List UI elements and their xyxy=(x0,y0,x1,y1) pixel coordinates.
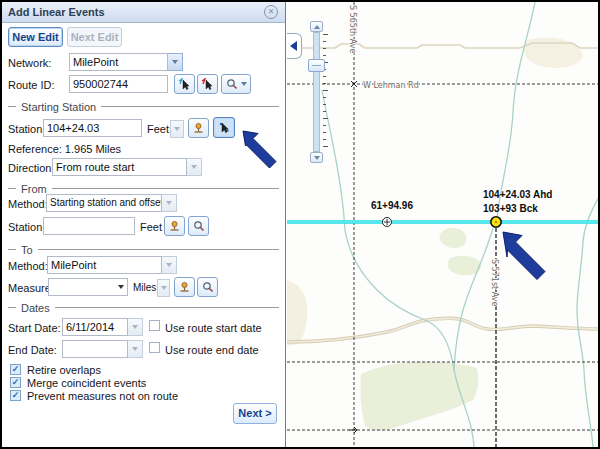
magnifier-icon xyxy=(193,220,205,232)
end-date-field[interactable] xyxy=(62,340,128,358)
merge-coincident-events-label: Merge coincident events xyxy=(27,377,146,389)
gravel-road xyxy=(287,318,600,342)
measure-combo[interactable] xyxy=(48,278,128,296)
vegetation-patch xyxy=(440,228,467,248)
station-datum-icon xyxy=(168,220,181,233)
measure-label: Measure: xyxy=(8,282,54,294)
starting-station-legend: Starting Station xyxy=(21,101,96,113)
retire-overlaps-checkbox[interactable] xyxy=(10,364,21,375)
merge-coincident-events-checkbox[interactable] xyxy=(10,377,21,388)
route-id-input[interactable] xyxy=(69,75,168,93)
zoom-in-button[interactable] xyxy=(310,21,323,32)
use-route-start-date-label: Use route start date xyxy=(165,322,262,334)
new-edit-button[interactable]: New Edit xyxy=(8,27,63,47)
prevent-measures-checkbox[interactable] xyxy=(10,390,21,401)
from-method-select[interactable]: Starting station and offset xyxy=(46,194,162,212)
starting-station-separator: Starting Station xyxy=(8,101,279,112)
station-datum-button[interactable] xyxy=(188,118,209,138)
landuse-patch xyxy=(287,280,307,346)
panel-annotation-arrow xyxy=(240,128,282,172)
from-method-label: Method: xyxy=(8,198,48,210)
to-legend: To xyxy=(21,244,33,256)
measure-unit-dropdown-button[interactable] xyxy=(157,279,170,297)
network-dropdown-button[interactable] xyxy=(168,53,183,71)
dropdown-arrow-icon xyxy=(161,286,167,290)
zoom-in-icon xyxy=(314,25,320,29)
pick-station-on-map-icon xyxy=(218,121,231,134)
to-method-dropdown-button[interactable] xyxy=(162,256,177,274)
from-station-input[interactable] xyxy=(43,217,135,235)
picked-station-label-ahead: 104+24.03 Ahd xyxy=(483,189,552,200)
clear-route-icon xyxy=(201,78,214,91)
picked-station-label-back: 103+93 Bck xyxy=(483,203,538,214)
station-datum-icon xyxy=(192,122,205,135)
zoom-out-icon xyxy=(314,156,320,160)
dropdown-arrow-icon xyxy=(191,165,197,169)
from-method-dropdown-button[interactable] xyxy=(162,194,177,212)
use-route-end-date-label: Use route end date xyxy=(165,344,259,356)
route-search-dropdown-button[interactable] xyxy=(221,74,251,94)
landuse-patch xyxy=(524,38,583,69)
pick-station-on-map-button[interactable] xyxy=(213,117,235,138)
end-date-label: End Date: xyxy=(8,344,57,356)
zoom-slider-ticks xyxy=(323,34,328,153)
vegetation-patch xyxy=(448,256,481,275)
network-label: Network: xyxy=(8,57,51,69)
measure-unit-label: Miles xyxy=(133,282,156,293)
road-label-w-lehman: W Lehman Rd xyxy=(363,81,419,90)
dropdown-arrow-icon xyxy=(241,82,247,86)
reference-text: Reference: 1.965 Miles xyxy=(8,143,121,155)
use-route-start-date-checkbox[interactable] xyxy=(149,320,160,331)
direction-select[interactable]: From route start xyxy=(52,158,187,176)
collapse-panel-button[interactable] xyxy=(287,33,302,59)
from-station-unit-label: Feet xyxy=(140,221,162,233)
dropdown-arrow-icon xyxy=(132,325,138,329)
dropdown-arrow-icon xyxy=(166,201,172,205)
picked-station-point[interactable] xyxy=(491,217,501,227)
station-input[interactable] xyxy=(43,119,142,137)
station-measure-label: 61+94.96 xyxy=(371,200,413,211)
select-route-icon xyxy=(178,78,191,91)
magnifier-icon xyxy=(202,281,214,293)
to-separator: To xyxy=(8,244,279,255)
close-icon[interactable] xyxy=(264,5,278,19)
measure-search-button[interactable] xyxy=(197,277,218,297)
dropdown-arrow-icon xyxy=(118,285,124,289)
next-edit-button[interactable]: Next Edit xyxy=(67,27,122,47)
dropdown-arrow-icon xyxy=(172,60,178,64)
prevent-measures-label: Prevent measures not on route xyxy=(27,390,178,402)
zoom-out-button[interactable] xyxy=(310,152,323,163)
station-datum-icon xyxy=(178,281,191,294)
dates-legend: Dates xyxy=(21,302,50,314)
map-canvas[interactable]: S 565th Ave W Lehman Rd S 571st Ave 61+9… xyxy=(287,2,600,447)
start-date-label: Start Date: xyxy=(8,322,61,334)
clear-route-selection-button[interactable] xyxy=(197,74,218,94)
next-button[interactable]: Next > xyxy=(233,403,277,424)
direction-dropdown-button[interactable] xyxy=(187,158,202,176)
use-route-end-date-checkbox[interactable] xyxy=(149,342,160,353)
from-station-datum-button[interactable] xyxy=(164,216,185,236)
to-method-select[interactable]: MilePoint xyxy=(47,256,162,274)
from-legend: From xyxy=(21,183,47,195)
measure-datum-button[interactable] xyxy=(174,277,195,297)
road-label-s571st: S 571st Ave xyxy=(490,259,499,306)
start-date-picker-button[interactable] xyxy=(128,318,143,336)
end-date-picker-button[interactable] xyxy=(128,340,143,358)
add-linear-events-panel: Add Linear Events New Edit Next Edit Net… xyxy=(2,2,286,447)
station-unit-dropdown-button[interactable] xyxy=(170,120,184,138)
from-station-search-button[interactable] xyxy=(188,216,209,236)
map-annotation-arrow xyxy=(503,232,545,280)
zoom-slider-track[interactable] xyxy=(313,32,320,152)
network-select[interactable]: MilePoint xyxy=(69,53,168,71)
retire-overlaps-label: Retire overlaps xyxy=(27,364,101,376)
station-unit-label: Feet xyxy=(147,123,169,135)
collapse-left-icon xyxy=(290,41,297,51)
panel-title: Add Linear Events xyxy=(2,6,264,18)
select-route-button[interactable] xyxy=(174,74,195,94)
search-icon xyxy=(226,78,238,90)
dropdown-arrow-icon xyxy=(174,127,180,131)
zoom-slider-thumb[interactable] xyxy=(308,59,325,72)
start-date-field[interactable]: 6/11/2014 xyxy=(62,318,128,336)
dropdown-arrow-icon xyxy=(132,347,138,351)
dropdown-arrow-icon xyxy=(166,263,172,267)
